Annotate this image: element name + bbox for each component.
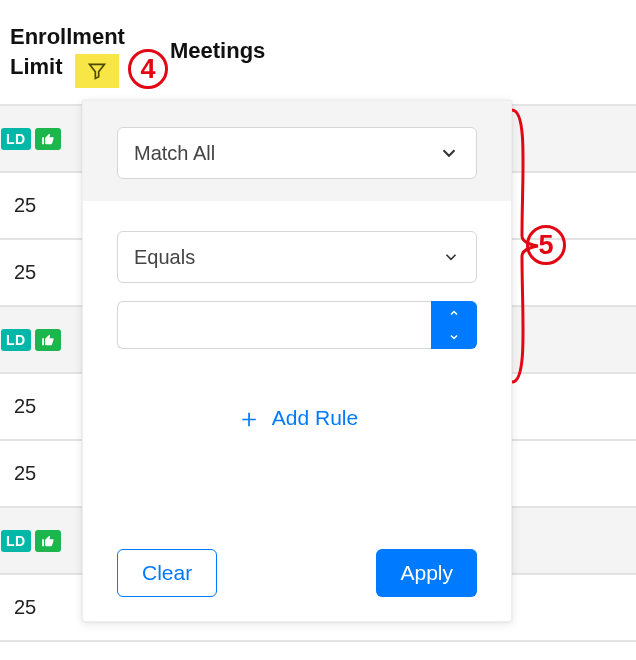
ld-badge: LD	[1, 530, 31, 552]
ld-badge: LD	[1, 128, 31, 150]
filter-icon[interactable]	[75, 54, 119, 88]
annotation-callout-4: 4	[128, 49, 168, 89]
annotation-callout-5: 5	[526, 225, 566, 265]
filter-value-input[interactable]	[117, 301, 431, 349]
ld-badge: LD	[1, 329, 31, 351]
thumbs-up-icon	[35, 530, 61, 552]
plus-icon: ＋	[236, 405, 262, 431]
operator-select[interactable]: Equals	[117, 231, 477, 283]
add-rule-button[interactable]: ＋ Add Rule	[117, 405, 477, 431]
number-spinner	[431, 301, 477, 349]
match-mode-select[interactable]: Match All	[117, 127, 477, 179]
thumbs-up-icon	[35, 329, 61, 351]
spinner-up-button[interactable]	[431, 301, 477, 325]
apply-button[interactable]: Apply	[376, 549, 477, 597]
column-header-meetings: Meetings	[170, 38, 265, 64]
clear-button[interactable]: Clear	[117, 549, 217, 597]
match-mode-label: Match All	[134, 142, 215, 165]
add-rule-label: Add Rule	[272, 406, 358, 430]
chevron-down-icon	[442, 248, 460, 266]
column-header-enrollment-limit: Enrollment Limit	[10, 22, 125, 88]
thumbs-up-icon	[35, 128, 61, 150]
spinner-down-button[interactable]	[431, 325, 477, 349]
chevron-down-icon	[438, 142, 460, 164]
operator-label: Equals	[134, 246, 195, 269]
filter-popover: Match All Equals	[82, 100, 512, 622]
